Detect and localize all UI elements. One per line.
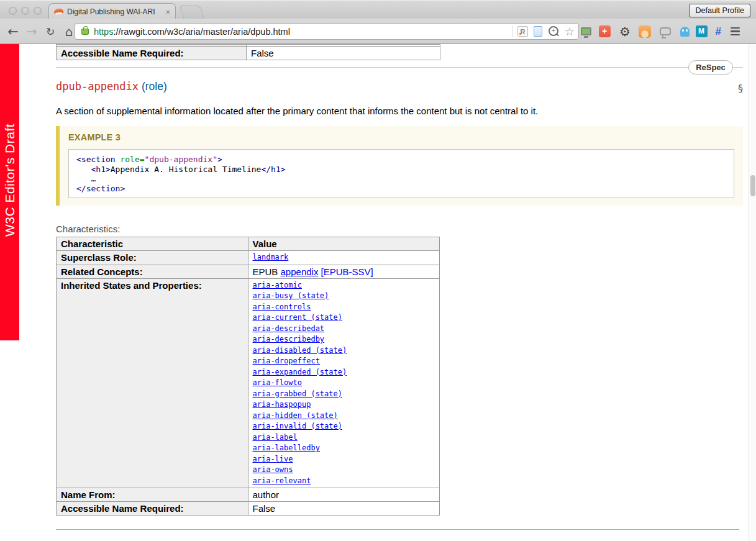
characteristic-value: False xyxy=(248,502,440,516)
w3c-editors-draft-banner: W3C Editor's Draft xyxy=(0,44,19,340)
aria-property-link[interactable]: aria-expanded (state) xyxy=(253,367,435,378)
settings-extension-button[interactable]: ⚙ xyxy=(617,19,633,44)
hash-icon: # xyxy=(715,26,721,37)
characteristic-label: Inherited States and Properties: xyxy=(57,278,248,488)
ghostery-ghost-icon xyxy=(680,27,690,37)
aria-property-link[interactable]: aria-owns xyxy=(253,465,435,476)
aria-property-link[interactable]: aria-haspopup xyxy=(253,399,435,411)
tab-close-icon[interactable]: × xyxy=(165,8,170,16)
hash-extension-button[interactable]: # xyxy=(710,19,726,44)
epub-ssv-citation-link[interactable]: [EPUB-SSV] xyxy=(321,266,373,277)
url-scheme: https xyxy=(94,27,113,37)
aria-property-link[interactable]: aria-busy (state) xyxy=(253,291,435,302)
table-row-name-from: Name From: author xyxy=(57,488,440,502)
code-indent xyxy=(76,165,91,174)
code-attr-value: "dpub-appendix" xyxy=(145,155,217,164)
aria-property-link[interactable]: aria-dropeffect xyxy=(253,356,435,367)
main-document: Accessible Name Required: False ReSpec §… xyxy=(56,44,743,541)
window-controls xyxy=(9,7,42,15)
code-ellipsis: … xyxy=(76,174,96,183)
landmark-link[interactable]: landmark xyxy=(253,252,435,263)
table-row-superclass: Superclass Role: landmark xyxy=(57,251,440,265)
section-divider xyxy=(56,67,743,68)
code-tag: </section> xyxy=(76,184,125,193)
chrome-menu-button[interactable] xyxy=(727,19,743,44)
characteristic-label: Related Concepts: xyxy=(57,265,248,278)
watermark-text: W3C Editor's Draft xyxy=(2,118,17,242)
m-extension-button[interactable]: M xyxy=(693,19,709,44)
chat-extension-button[interactable] xyxy=(657,19,673,44)
example-code: <section role="dpub-appendix"> <h1>Appen… xyxy=(68,149,734,198)
code-tag: <h1> xyxy=(91,165,110,174)
appendix-link[interactable]: appendix xyxy=(281,266,319,277)
aria-property-link[interactable]: aria-hidden (state) xyxy=(253,411,435,422)
aria-property-link[interactable]: aria-describedat xyxy=(253,324,435,335)
page-content: W3C Editor's Draft Accessible Name Requi… xyxy=(0,44,756,541)
profile-button[interactable]: Default Profile xyxy=(689,4,750,17)
aria-property-link[interactable]: aria-disabled (state) xyxy=(253,345,435,357)
table-row-inherited: Inherited States and Properties: aria-at… xyxy=(57,278,440,488)
rawgit-favicon-icon xyxy=(54,7,63,17)
role-heading-suffix: (role) xyxy=(139,80,167,93)
url-rest: ://rawgit.com/w3c/aria/master/aria/dpub.… xyxy=(113,27,289,37)
tab-strip: Digital Publishing WAI-ARI × Default Pro… xyxy=(0,0,756,19)
minimize-window-icon[interactable] xyxy=(21,7,29,15)
browser-toolbar: ← → ↻ ⌂ https://rawgit.com/w3c/aria/mast… xyxy=(0,19,756,44)
forward-button: → xyxy=(24,19,40,44)
bookmark-star-icon[interactable]: ☆ xyxy=(565,26,575,37)
reader-icon[interactable]: R xyxy=(517,26,528,37)
reload-button[interactable]: ↻ xyxy=(42,19,58,44)
example-block: EXAMPLE 3 <section role="dpub-appendix">… xyxy=(56,126,743,206)
table-header-row: Characteristic Value xyxy=(57,237,440,251)
characteristics-table: Characteristic Value Superclass Role: la… xyxy=(56,237,440,516)
browser-window: Digital Publishing WAI-ARI × Default Pro… xyxy=(0,0,756,541)
scrollbar-thumb[interactable] xyxy=(750,175,755,196)
section-permalink[interactable]: § xyxy=(738,83,743,94)
hamster-extension-button[interactable] xyxy=(637,19,653,44)
table-row-accessible-name: Accessible Name Required: False xyxy=(57,502,440,516)
vertical-scrollbar[interactable] xyxy=(749,44,756,541)
tab-digital-publishing[interactable]: Digital Publishing WAI-ARI × xyxy=(48,3,176,20)
aria-property-link[interactable]: aria-grabbed (state) xyxy=(253,389,435,400)
proxy-monitor-icon xyxy=(581,27,591,35)
url-text: https://rawgit.com/w3c/aria/master/aria/… xyxy=(94,27,512,37)
code-tag: <section xyxy=(76,155,120,164)
url-address-bar[interactable]: https://rawgit.com/w3c/aria/master/aria/… xyxy=(75,23,579,40)
m-extension-icon: M xyxy=(696,25,708,37)
previous-characteristics-table: Accessible Name Required: False xyxy=(56,44,440,60)
aria-property-link[interactable]: aria-flowto xyxy=(253,378,435,389)
tab-title: Digital Publishing WAI-ARI xyxy=(67,7,162,16)
new-tab-button[interactable] xyxy=(179,6,204,19)
back-button[interactable]: ← xyxy=(5,19,21,44)
code-tag: </h1> xyxy=(261,165,285,174)
aria-property-link[interactable]: aria-labelledby xyxy=(253,443,435,454)
aria-property-link[interactable]: aria-describedby xyxy=(253,334,435,345)
proxy-extension-button[interactable] xyxy=(578,19,594,44)
aria-property-link[interactable]: aria-live xyxy=(253,454,435,465)
characteristic-label: Accessible Name Required: xyxy=(57,502,248,516)
document-icon[interactable] xyxy=(534,26,542,37)
maximize-window-icon[interactable] xyxy=(34,7,42,15)
characteristic-value: author xyxy=(248,488,440,502)
ssl-lock-icon[interactable] xyxy=(81,29,89,35)
characteristic-value: False xyxy=(247,47,440,60)
zoom-in-icon[interactable] xyxy=(548,26,559,37)
respec-button[interactable]: ReSpec xyxy=(688,60,733,75)
aria-property-link[interactable]: aria-current (state) xyxy=(253,312,435,324)
gear-icon: ⚙ xyxy=(619,25,631,38)
aria-property-link[interactable]: aria-relevant xyxy=(253,476,435,487)
adblock-extension-button[interactable]: + xyxy=(596,19,613,44)
aria-property-link[interactable]: aria-controls xyxy=(253,302,435,313)
column-header-value: Value xyxy=(248,237,440,251)
characteristic-label: Accessible Name Required: xyxy=(57,47,247,60)
aria-property-link[interactable]: aria-label xyxy=(253,432,435,443)
section-end-divider xyxy=(56,529,739,530)
code-text: Appendix A. Historical Timeline xyxy=(111,165,262,174)
aria-property-link[interactable]: aria-atomic xyxy=(253,280,435,291)
ghostery-extension-button[interactable] xyxy=(676,19,693,44)
close-window-icon[interactable] xyxy=(9,7,17,15)
characteristic-label: Superclass Role: xyxy=(57,251,248,265)
aria-property-link[interactable]: aria-invalid (state) xyxy=(253,421,435,432)
chat-bubble-icon xyxy=(660,27,671,35)
role-description: A section of supplemental information lo… xyxy=(56,106,708,116)
